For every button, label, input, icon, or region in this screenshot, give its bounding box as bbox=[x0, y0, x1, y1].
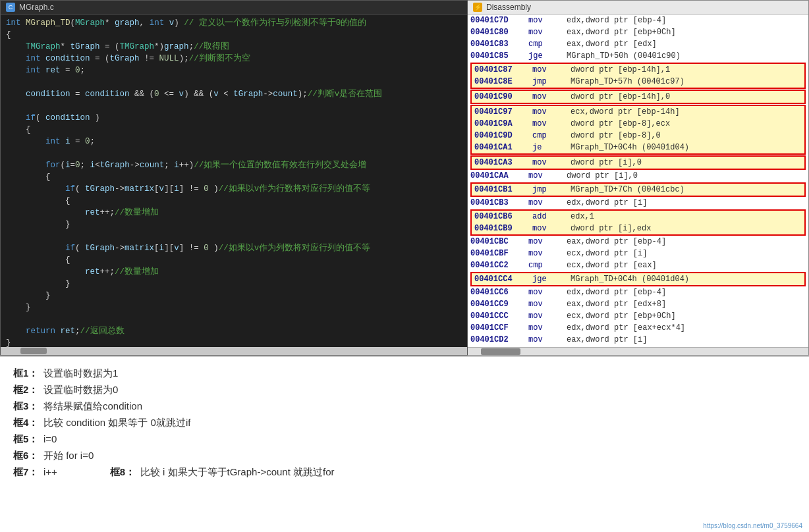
code-line: } bbox=[1, 219, 467, 230]
disasm-ops: dword ptr [i],0 bbox=[567, 171, 806, 180]
disasm-addr: 00401CC6 bbox=[470, 288, 523, 297]
disasm-row-highlighted-1: 00401C87 mov dword ptr [ebp-14h],1 bbox=[472, 64, 804, 76]
disasm-addr: 00401CCC bbox=[470, 311, 523, 321]
disasm-ops: ecx,dword ptr [i] bbox=[567, 249, 806, 258]
disasm-ops: MGraph_TD+50h (00401c90) bbox=[567, 51, 806, 61]
disasm-mnem: mov bbox=[528, 249, 561, 258]
disasm-row-h3a: 00401C97 mov ecx,dword ptr [ebp-14h] bbox=[472, 106, 804, 118]
disasm-addr: 00401C87 bbox=[474, 65, 527, 74]
ann-label-6: 框6： bbox=[13, 450, 40, 462]
disasm-row-highlighted-2: 00401C90 mov dword ptr [ebp-14h],0 bbox=[472, 91, 804, 103]
disasm-addr: 00401C9D bbox=[474, 131, 527, 140]
disasm-ops: eax,dword ptr [ebp+0Ch] bbox=[567, 28, 806, 37]
annotation-7-8: 框7： i++ 框8： 比较 i 如果大于等于tGraph->count 就跳过… bbox=[13, 466, 796, 479]
code-line: { bbox=[1, 171, 467, 183]
disasm-area[interactable]: 00401C7D mov edx,dword ptr [ebp-4] 00401… bbox=[468, 14, 808, 347]
code-line: TMGraph* tGraph = (TMGraph*)graph;//取得图 bbox=[1, 41, 467, 53]
disasm-row-h4a: 00401C9D cmp dword ptr [ebp-8],0 bbox=[472, 130, 804, 142]
code-line: if( tGraph->matrix[v][i] != 0 )//如果以v作为行… bbox=[1, 183, 467, 195]
disasm-ops: eax,dword ptr [edx+8] bbox=[567, 300, 806, 309]
disasm-row: 00401CAA mov dword ptr [i],0 bbox=[468, 170, 808, 182]
code-line: if( condition ) bbox=[1, 112, 467, 124]
code-line: int i = 0; bbox=[1, 136, 467, 147]
annotation-6: 框6： 开始 for i=0 bbox=[13, 450, 796, 462]
annotation-3: 框3： 将结果赋值给condition bbox=[13, 400, 796, 413]
code-line: } bbox=[1, 290, 467, 302]
disasm-row: 00401CBC mov eax,dword ptr [ebp-4] bbox=[468, 236, 808, 248]
annotations-section: 框1： 设置临时数据为1 框2： 设置临时数据为0 框3： 将结果赋值给cond… bbox=[0, 356, 809, 532]
disasm-title-bar: ⚡ Disassembly bbox=[468, 1, 808, 14]
disasm-addr: 00401CB9 bbox=[474, 224, 527, 233]
code-line: int ret = 0; bbox=[1, 65, 467, 76]
disasm-row: 00401CC6 mov edx,dword ptr [ebp-4] bbox=[468, 286, 808, 298]
code-line: int MGraph_TD(MGraph* graph, int v) // 定… bbox=[1, 17, 467, 29]
disasm-addr: 00401C97 bbox=[474, 107, 527, 117]
disasm-row-h7a: 00401CB6 add edx,1 bbox=[472, 211, 804, 223]
ann-text-3: 将结果赋值给condition bbox=[43, 400, 142, 413]
disasm-scrollbar-thumb[interactable] bbox=[481, 348, 520, 355]
disasm-mnem: mov bbox=[532, 107, 565, 117]
main-container: C MGraph.c int MGraph_TD(MGraph* graph, … bbox=[0, 0, 809, 532]
disassembly-panel: ⚡ Disassembly 00401C7D mov edx,dword ptr… bbox=[468, 0, 809, 356]
disasm-mnem: je bbox=[532, 143, 565, 152]
ann-text-2: 设置临时数据为0 bbox=[43, 384, 118, 396]
disasm-mnem: mov bbox=[532, 224, 565, 233]
disasm-ops: edx,dword ptr [ebp-4] bbox=[567, 16, 806, 25]
code-line: condition = condition && (0 <= v) && (v … bbox=[1, 88, 467, 100]
code-area[interactable]: int MGraph_TD(MGraph* graph, int v) // 定… bbox=[1, 14, 467, 347]
disasm-title: Disassembly bbox=[486, 3, 531, 12]
disasm-ops: MGraph_TD+0C4h (00401d04) bbox=[571, 143, 802, 152]
ann-label-3: 框3： bbox=[13, 400, 40, 413]
disasm-row: 00401CD2 mov eax,dword ptr [i] bbox=[468, 334, 808, 346]
ann-label-5: 框5： bbox=[13, 433, 40, 446]
disasm-mnem: mov bbox=[528, 323, 561, 332]
disasm-addr: 00401C90 bbox=[474, 92, 527, 101]
disasm-mnem: mov bbox=[532, 119, 565, 128]
disasm-ops: ecx,dword ptr [ebp-14h] bbox=[571, 107, 802, 117]
disasm-row: 00401CCC mov ecx,dword ptr [ebp+0Ch] bbox=[468, 310, 808, 322]
disasm-ops: dword ptr [i],edx bbox=[571, 224, 802, 233]
code-line: } bbox=[1, 337, 467, 347]
disasm-ops: dword ptr [ebp-8],ecx bbox=[571, 119, 802, 128]
disasm-mnem: mov bbox=[532, 65, 565, 74]
disasm-ops: MGraph_TD+0C4h (00401d04) bbox=[571, 275, 802, 284]
ann-text-4: 比较 condition 如果等于 0就跳过if bbox=[43, 417, 190, 429]
code-line: { bbox=[1, 29, 467, 41]
disasm-mnem: mov bbox=[528, 28, 561, 37]
code-line bbox=[1, 147, 467, 159]
top-panels: C MGraph.c int MGraph_TD(MGraph* graph, … bbox=[0, 0, 809, 356]
disasm-mnem: mov bbox=[532, 158, 565, 167]
ann-text-5: i=0 bbox=[43, 433, 57, 444]
source-icon: C bbox=[6, 3, 15, 12]
ann-label-2: 框2： bbox=[13, 384, 40, 396]
disasm-addr: 00401CB3 bbox=[470, 198, 523, 207]
ann-label-1: 框1： bbox=[13, 367, 40, 380]
disasm-ops: dword ptr [i],0 bbox=[571, 158, 802, 167]
code-line: return ret;//返回总数 bbox=[1, 325, 467, 337]
disasm-row: 00401CC2 cmp ecx,dword ptr [eax] bbox=[468, 259, 808, 271]
code-line: for(i=0; i<tGraph->count; i++)//如果一个位置的数… bbox=[1, 159, 467, 171]
disasm-scrollbar[interactable] bbox=[468, 347, 808, 355]
code-line: ret++;//数量增加 bbox=[1, 266, 467, 278]
disasm-addr: 00401CB1 bbox=[474, 185, 527, 194]
disasm-row-h5: 00401CA3 mov dword ptr [i],0 bbox=[472, 157, 804, 169]
disasm-mnem: mov bbox=[528, 335, 561, 344]
ann-label-4: 框4： bbox=[13, 417, 40, 429]
disasm-ops: edx,dword ptr [ebp-4] bbox=[567, 288, 806, 297]
disasm-row: 00401C85 jge MGraph_TD+50h (00401c90) bbox=[468, 50, 808, 62]
source-code-panel: C MGraph.c int MGraph_TD(MGraph* graph, … bbox=[0, 0, 468, 356]
disasm-mnem: mov bbox=[528, 300, 561, 309]
ann-text-7: i++ bbox=[43, 466, 57, 477]
disasm-row-h7b: 00401CB9 mov dword ptr [i],edx bbox=[472, 223, 804, 234]
disasm-addr: 00401CC4 bbox=[474, 275, 527, 284]
source-scrollbar[interactable] bbox=[1, 347, 467, 355]
disasm-row-h8: 00401CC4 jge MGraph_TD+0C4h (00401d04) bbox=[472, 273, 804, 285]
disasm-ops: edx,1 bbox=[571, 212, 802, 221]
disasm-ops: ecx,dword ptr [eax] bbox=[567, 261, 806, 270]
disasm-ops: dword ptr [ebp-14h],1 bbox=[571, 65, 802, 74]
disasm-addr: 00401C9A bbox=[474, 119, 527, 128]
source-scrollbar-thumb[interactable] bbox=[20, 348, 47, 354]
disasm-row: 00401C83 cmp eax,dword ptr [edx] bbox=[468, 38, 808, 50]
disasm-icon: ⚡ bbox=[473, 3, 482, 12]
disasm-row-h4b: 00401CA1 je MGraph_TD+0C4h (00401d04) bbox=[472, 142, 804, 153]
